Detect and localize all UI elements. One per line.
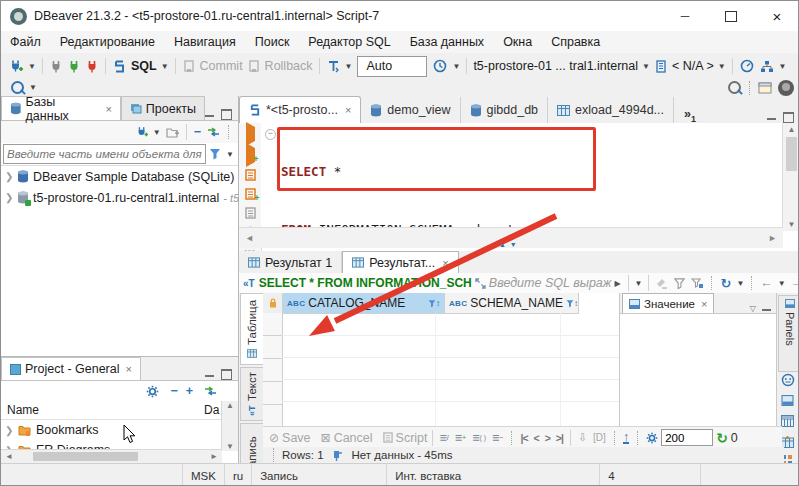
transaction-log-icon[interactable] [433, 59, 447, 73]
disconnect-icon[interactable] [86, 60, 98, 73]
back-icon[interactable]: ← [760, 276, 773, 290]
connection-selector[interactable]: t5-prostore-01 ... tral1.internal [473, 59, 638, 73]
tree-item-sample-db[interactable]: ❯ DBeaver Sample Database (SQLite) [1, 166, 238, 187]
column-name[interactable]: Name [1, 403, 204, 417]
first-row-icon[interactable]: |< [520, 432, 527, 444]
nav-new-connection-dropdown[interactable]: ▼ [153, 128, 161, 137]
new-folder-icon[interactable] [166, 127, 179, 138]
menu-window[interactable]: Окна [503, 35, 532, 49]
filter-history-dropdown[interactable]: ▼ [635, 279, 643, 288]
code-area[interactable]: SELECT * FROM INFORMATION_SCHEMA.schemat… [281, 123, 783, 227]
edit-cell-icon[interactable]: ≡/ [440, 431, 449, 445]
close-button[interactable]: × [754, 1, 799, 31]
object-filter-input[interactable] [3, 144, 206, 164]
nav-new-connection-icon[interactable] [136, 126, 148, 138]
column-header-schema-name[interactable]: ABC SCHEMA_NAME ↕ [445, 293, 579, 314]
menu-sql-editor[interactable]: Редактор SQL [308, 35, 390, 49]
script-button[interactable]: Script [396, 431, 428, 445]
quick-search-icon[interactable] [728, 81, 741, 94]
row-header[interactable] [263, 336, 282, 359]
schema-selector[interactable]: < N/A > [672, 59, 714, 73]
close-tab-icon[interactable]: × [345, 104, 351, 116]
timezone-indicator[interactable]: MSK [182, 464, 225, 486]
sql-editor-icon[interactable] [113, 60, 126, 73]
panel-menu-dropdown[interactable]: ▽ [750, 304, 756, 313]
menu-search[interactable]: Поиск [255, 35, 290, 49]
rollback-button[interactable]: Rollback [265, 59, 313, 73]
new-connection-dropdown[interactable]: ▼ [28, 62, 36, 71]
commit-mode-combo[interactable]: Auto [357, 56, 427, 77]
execute-statement-icon[interactable] [246, 127, 255, 141]
tab-gibdd-db[interactable]: gibdd_db [461, 97, 548, 123]
menu-database[interactable]: База данных [410, 35, 484, 49]
execute-script-icon[interactable] [245, 169, 256, 181]
minimize-panel-icon[interactable] [767, 115, 776, 120]
expander-icon[interactable]: ❯ [5, 425, 13, 436]
delete-row-icon[interactable]: ≡− [492, 431, 503, 445]
filter-dropdown[interactable]: ▼ [226, 150, 234, 159]
search-dropdown[interactable]: ▼ [29, 83, 37, 92]
sash-toggle[interactable]: ▲ ▼ [499, 241, 518, 248]
project-vertical-scrollbar[interactable]: ▲▼ [221, 401, 238, 451]
grid-settings-gear-icon[interactable] [646, 432, 658, 444]
tab-exload[interactable]: exload_4994d... [548, 97, 674, 123]
insert-mode-indicator[interactable]: Инт. вставка [387, 464, 600, 486]
menu-edit[interactable]: Редактирование [60, 35, 155, 49]
commit-button[interactable]: Commit [200, 59, 243, 73]
value-view-icon[interactable] [781, 395, 794, 406]
sql-editor-dropdown[interactable]: ▼ [161, 62, 169, 71]
filter-expression-placeholder[interactable]: Введите SQL выраж [489, 276, 612, 290]
calc-panel-icon[interactable] [781, 415, 794, 427]
filters-funnel-icon[interactable] [674, 278, 685, 289]
refresh-result-icon[interactable]: ↻ [716, 430, 728, 446]
project-item-bookmarks[interactable]: ❯ Bookmarks [1, 420, 238, 440]
save-button[interactable]: Save [282, 431, 311, 445]
menu-file[interactable]: Файл [10, 35, 41, 49]
references-icon[interactable] [781, 373, 795, 387]
dashboard-icon[interactable] [740, 59, 754, 73]
tab-project-general[interactable]: Project - General × [1, 357, 141, 380]
tab-demo-view[interactable]: demo_view [361, 97, 460, 123]
row-header[interactable] [263, 313, 282, 336]
tree-item-t5-prostore[interactable]: ❯ t5-prostore-01.ru-central1.internal - … [1, 187, 238, 208]
duplicate-row-icon[interactable]: ≡( ) [472, 431, 486, 445]
eraser-icon[interactable] [656, 278, 668, 289]
language-indicator[interactable]: ru [225, 464, 252, 486]
expand-icon[interactable]: + [186, 384, 193, 398]
column-filter-sort-icon[interactable]: ↕ [428, 299, 440, 308]
maximize-panel-icon[interactable] [783, 112, 794, 123]
transaction-mode-dropdown[interactable]: ▼ [345, 62, 353, 71]
transaction-mode-icon[interactable] [327, 60, 340, 73]
link-editor-icon[interactable] [207, 127, 220, 137]
current-query-text[interactable]: SELECT * FROM INFORMATION_SCH [259, 276, 472, 290]
editor-vertical-scrollbar[interactable]: ▲▼ [782, 123, 799, 231]
export-data-icon[interactable]: ↑ [623, 432, 629, 444]
filter-icon[interactable] [209, 148, 221, 160]
previous-row-icon[interactable]: < [534, 432, 539, 444]
connect-icon[interactable] [50, 60, 62, 73]
new-connection-icon[interactable] [9, 59, 23, 73]
maximize-panel-icon[interactable] [221, 109, 232, 120]
last-row-icon[interactable]: >| [556, 432, 563, 444]
close-tab-icon[interactable]: × [442, 257, 448, 269]
collapse-all-icon[interactable]: − [194, 125, 201, 139]
sql-editor-button[interactable]: SQL [131, 59, 157, 73]
add-row-icon[interactable]: ≡+ [455, 431, 466, 445]
menu-help[interactable]: Справка [551, 35, 600, 49]
tab-databases[interactable]: Базы данных × [1, 96, 121, 120]
maximize-panel-icon[interactable] [221, 369, 232, 380]
connection-selector-dropdown[interactable]: ▼ [642, 62, 650, 71]
fetch-size-input[interactable] [661, 429, 713, 446]
tab-script[interactable]: *<t5-prosto... × [239, 96, 361, 123]
close-tab-icon[interactable]: × [701, 298, 707, 310]
cancel-button[interactable]: Cancel [334, 431, 373, 445]
minimize-panel-icon[interactable] [205, 112, 214, 117]
row-header[interactable] [263, 382, 282, 405]
column-header-catalog-name[interactable]: ABC CATALOG_NAME ↕ [283, 293, 445, 314]
refresh-dropdown[interactable]: ▼ [736, 279, 744, 288]
user-avatar[interactable] [778, 80, 794, 96]
maximize-button[interactable] [708, 1, 754, 31]
expander-icon[interactable]: ❯ [5, 192, 13, 203]
expander-icon[interactable]: ❯ [5, 171, 13, 182]
collapse-icon[interactable]: − [170, 384, 177, 398]
